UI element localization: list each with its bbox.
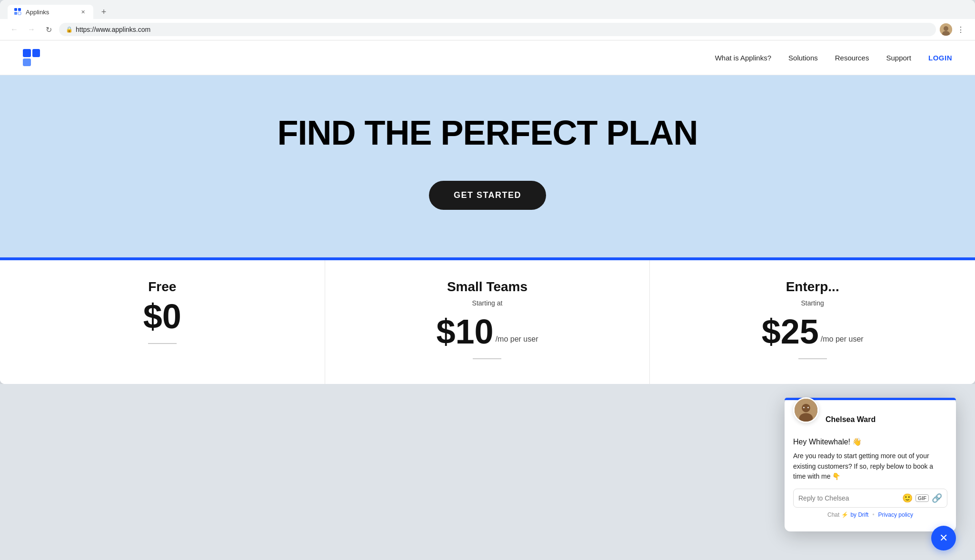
svg-point-5 (944, 26, 948, 31)
site-nav: What is Applinks? Solutions Resources Su… (0, 40, 975, 75)
plan-divider-free (148, 343, 177, 344)
plan-name-free: Free (148, 279, 176, 295)
plan-name-small-teams: Small Teams (447, 279, 527, 295)
tab-title: Applinks (26, 9, 49, 16)
pricing-col-free: Free $0 (0, 260, 325, 384)
browser-shell: Applinks ✕ + ← → ↻ 🔒 https://www.applink… (0, 0, 975, 384)
plan-price-enterprise: $25 /mo per user (762, 314, 864, 349)
logo-dot-4 (32, 59, 40, 67)
browser-tab[interactable]: Applinks ✕ (8, 5, 93, 19)
plan-subtitle-small-teams: Starting at (472, 299, 503, 307)
nav-solutions[interactable]: Solutions (788, 54, 818, 62)
address-bar[interactable]: 🔒 https://www.applinks.com (59, 23, 936, 36)
tab-close-button[interactable]: ✕ (79, 8, 87, 16)
logo-dot-3 (23, 59, 31, 67)
logo-dot-2 (32, 49, 40, 57)
pricing-section: Free $0 Small Teams Starting at $10 /mo … (0, 260, 975, 384)
pricing-col-small-teams: Small Teams Starting at $10 /mo per user (325, 260, 650, 384)
new-tab-button[interactable]: + (97, 5, 110, 19)
nav-login-button[interactable]: LOGIN (928, 54, 952, 62)
browser-titlebar: Applinks ✕ + (0, 0, 975, 19)
nav-what-is-applinks[interactable]: What is Applinks? (715, 54, 771, 62)
reload-button[interactable]: ↻ (42, 23, 55, 36)
website-content: What is Applinks? Solutions Resources Su… (0, 40, 975, 384)
site-logo[interactable] (23, 49, 40, 66)
nav-resources[interactable]: Resources (835, 54, 869, 62)
forward-button[interactable]: → (25, 23, 38, 36)
svg-rect-1 (18, 8, 21, 11)
plan-price-small-teams: $10 /mo per user (437, 314, 538, 349)
nav-support[interactable]: Support (886, 54, 911, 62)
plan-price-unit-small-teams: /mo per user (496, 335, 538, 343)
plan-price-free: $0 (143, 299, 181, 334)
tab-favicon (14, 8, 22, 16)
toolbar-actions: ⋮ (940, 23, 967, 36)
back-button[interactable]: ← (8, 23, 21, 36)
logo-dot-1 (23, 49, 31, 57)
plan-divider-small-teams (473, 358, 501, 359)
url-text: https://www.applinks.com (76, 26, 929, 33)
hero-section: FIND THE PERFECT PLAN GET STARTED (0, 75, 975, 257)
get-started-button[interactable]: GET STARTED (429, 181, 546, 210)
pricing-col-enterprise: Enterp... Starting $25 /mo per user (650, 260, 975, 384)
svg-rect-0 (14, 8, 17, 11)
plan-divider-enterprise (798, 358, 827, 359)
profile-avatar[interactable] (940, 23, 952, 36)
svg-rect-3 (18, 12, 21, 15)
hero-title: FIND THE PERFECT PLAN (277, 113, 697, 152)
plan-subtitle-enterprise: Starting (801, 299, 824, 307)
svg-rect-2 (14, 12, 17, 15)
plan-price-unit-enterprise: /mo per user (821, 335, 864, 343)
browser-toolbar: ← → ↻ 🔒 https://www.applinks.com ⋮ (0, 19, 975, 40)
nav-links: What is Applinks? Solutions Resources Su… (715, 54, 952, 62)
secure-icon: 🔒 (66, 26, 73, 33)
plan-name-enterprise: Enterp... (786, 279, 839, 295)
menu-button[interactable]: ⋮ (954, 23, 967, 36)
